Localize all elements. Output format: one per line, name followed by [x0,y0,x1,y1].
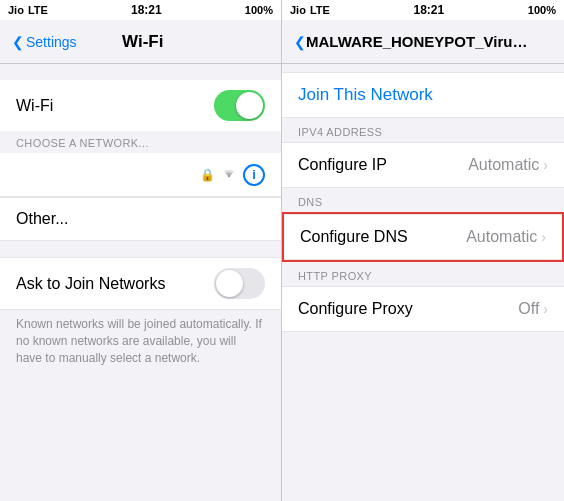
configure-dns-row[interactable]: Configure DNS Automatic › [284,215,562,259]
join-section: Join This Network [282,72,564,118]
right-battery: 100% [528,4,556,16]
network-row[interactable]: 🔒 i [0,153,281,197]
wifi-toggle[interactable] [214,90,265,121]
left-panel: Jio LTE 18:21 100% ❮ Settings Wi-Fi Wi-F… [0,0,282,501]
configure-dns-value-group: Automatic › [466,228,546,246]
left-status-bar: Jio LTE 18:21 100% [0,0,281,20]
ipv4-header: IPV4 ADDRESS [282,118,564,142]
back-label: Settings [26,34,77,50]
configure-ip-value-group: Automatic › [468,156,548,174]
info-icon[interactable]: i [243,164,265,186]
configure-proxy-value-group: Off › [518,300,548,318]
http-proxy-header: HTTP PROXY [282,262,564,286]
left-nav-title: Wi-Fi [77,32,209,52]
ask-toggle-thumb [216,270,243,297]
other-row[interactable]: Other... [0,197,281,241]
configure-dns-label: Configure DNS [300,228,408,246]
right-time: 18:21 [414,3,445,17]
ask-section: Ask to Join Networks Known networks will… [0,257,281,376]
choose-network-header: CHOOSE A NETWORK... [0,131,281,153]
ask-toggle[interactable] [214,268,265,299]
dns-card: Configure DNS Automatic › [284,214,562,260]
network-row-icons: 🔒 i [200,164,265,186]
left-signal: LTE [28,4,48,16]
proxy-card: Configure Proxy Off › [282,286,564,332]
right-carrier: Jio [290,4,306,16]
join-link[interactable]: Join This Network [298,85,433,104]
configure-proxy-label: Configure Proxy [298,300,413,318]
configure-dns-value: Automatic [466,228,537,246]
right-signal: LTE [310,4,330,16]
right-back-button[interactable]: ❮ [294,34,306,50]
ask-to-join-row: Ask to Join Networks [0,257,281,310]
toggle-thumb [236,92,263,119]
dns-card-highlighted: Configure DNS Automatic › [282,212,564,262]
left-status-left: Jio LTE [8,4,48,16]
right-panel: Jio LTE 18:21 100% ❮ MALWARE_HONEYPOT_Vi… [282,0,564,501]
ask-label: Ask to Join Networks [16,275,165,293]
back-chevron-icon: ❮ [12,34,24,50]
right-status-bar: Jio LTE 18:21 100% [282,0,564,20]
info-icon-label: i [252,167,256,182]
right-nav-bar: ❮ MALWARE_HONEYPOT_Virus_Detected [282,20,564,64]
configure-ip-value: Automatic [468,156,539,174]
right-status-left: Jio LTE [290,4,330,16]
right-status-right: 100% [528,4,556,16]
ipv4-card: Configure IP Automatic › [282,142,564,188]
configure-ip-chevron-icon: › [543,157,548,173]
back-button[interactable]: ❮ Settings [12,34,77,50]
wifi-toggle-row: Wi-Fi [0,80,281,131]
ask-description: Known networks will be joined automatica… [0,310,281,376]
left-carrier: Jio [8,4,24,16]
configure-proxy-row[interactable]: Configure Proxy Off › [282,287,564,331]
configure-proxy-value: Off [518,300,539,318]
configure-ip-label: Configure IP [298,156,387,174]
right-nav-title: MALWARE_HONEYPOT_Virus_Detected [306,33,532,50]
wifi-label: Wi-Fi [16,97,53,115]
left-time: 18:21 [131,3,162,17]
wifi-signal-icon [221,167,237,183]
lock-icon: 🔒 [200,168,215,182]
dns-header: DNS [282,188,564,212]
wifi-toggle-section: Wi-Fi [0,80,281,131]
left-status-right: 100% [245,4,273,16]
left-battery: 100% [245,4,273,16]
configure-ip-row[interactable]: Configure IP Automatic › [282,143,564,187]
configure-proxy-chevron-icon: › [543,301,548,317]
right-back-chevron-icon: ❮ [294,34,306,50]
configure-dns-chevron-icon: › [541,229,546,245]
left-nav-bar: ❮ Settings Wi-Fi [0,20,281,64]
other-label: Other... [0,198,281,240]
